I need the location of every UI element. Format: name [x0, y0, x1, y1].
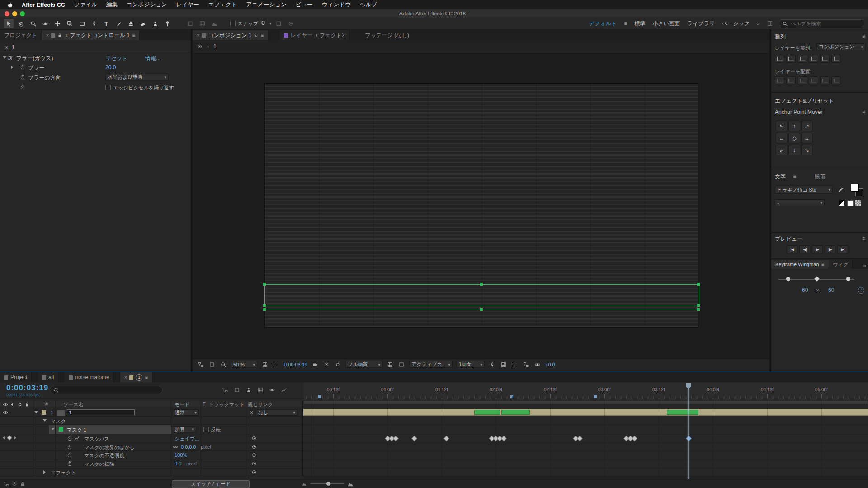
anchor-left-button[interactable]: ← [776, 133, 788, 143]
group-twirl-icon[interactable] [43, 470, 46, 474]
mask-handle[interactable] [697, 283, 700, 286]
panel-menu-icon[interactable]: ≡ [862, 235, 865, 242]
work-area-bar[interactable] [303, 401, 868, 404]
track-row-mask-group[interactable] [303, 417, 868, 425]
col-source-name[interactable]: ソース名 [63, 401, 84, 408]
menu-item-window[interactable]: ウィンドウ [322, 1, 351, 9]
mask-mode-dropdown[interactable]: 加算▾ [173, 426, 196, 432]
layer-bar-green-segment[interactable] [667, 410, 698, 415]
align-bottom-button[interactable] [831, 55, 841, 63]
frame-blending-button[interactable] [256, 386, 265, 394]
mask-handle[interactable] [263, 304, 266, 307]
anchor-down-right-button[interactable]: ↘ [801, 145, 813, 155]
solo-column-icon[interactable] [17, 402, 23, 407]
menu-item-edit[interactable]: 編集 [106, 1, 118, 9]
mask-handle[interactable] [480, 283, 483, 286]
snap-checkbox[interactable] [230, 21, 236, 26]
timeline-zoom-handle[interactable] [326, 482, 330, 486]
effects-group-row[interactable]: エフェクト [0, 469, 303, 476]
next-keyframe-icon[interactable] [14, 436, 16, 440]
distribute-left-button[interactable] [809, 76, 818, 84]
layer-name-field[interactable]: 1 [67, 409, 135, 415]
comp-flowchart-icon[interactable] [197, 44, 203, 49]
track-row-mask-expansion[interactable] [303, 460, 868, 469]
current-time-display[interactable]: 0:00:03:19 [6, 384, 48, 393]
close-icon[interactable]: × [46, 33, 49, 38]
align-title[interactable]: 整列 [775, 33, 786, 41]
font-style-dropdown[interactable]: -▾ [775, 199, 825, 206]
wingman-left-value[interactable]: 60 [802, 287, 808, 293]
zoom-dropdown[interactable]: 50 %▾ [231, 361, 257, 368]
comp-nav-name[interactable]: 1 [213, 43, 217, 50]
layer-bar-green-segment[interactable] [474, 410, 500, 415]
view-layout-dropdown[interactable]: 1画面▾ [457, 361, 485, 368]
brush-tool[interactable] [113, 19, 123, 28]
brush-panel-toggle[interactable] [197, 19, 207, 28]
column-divider[interactable] [302, 401, 303, 476]
column-divider[interactable] [33, 401, 33, 476]
effect-name[interactable]: ブラー(ガウス) [16, 55, 53, 62]
playhead-line[interactable] [689, 389, 689, 479]
stopwatch-icon[interactable] [67, 436, 72, 441]
mask-group-row[interactable]: マスク [0, 417, 303, 425]
time-ruler[interactable]: 00:12f 01:00f 01:12f 02:00f 02:12f 03:00… [303, 382, 868, 399]
snap-options-caret-icon[interactable]: ▾ [269, 21, 272, 26]
current-view-button[interactable] [500, 361, 507, 368]
property-pickwhip-icon[interactable] [251, 444, 257, 450]
paint-panel-toggle[interactable] [209, 19, 219, 28]
current-keyframe-icon[interactable] [7, 435, 12, 440]
composition-mini-flowchart-button[interactable] [221, 386, 230, 394]
workspace-default[interactable]: デフォルト [589, 20, 617, 28]
stopwatch-icon[interactable] [67, 444, 72, 450]
tab-noise-matome[interactable]: noise matome [65, 372, 113, 382]
puppet-pin-tool[interactable] [162, 19, 172, 28]
mask-handle[interactable] [263, 283, 266, 286]
distribute-right-button[interactable] [831, 76, 841, 84]
param-twirl-icon[interactable] [11, 66, 13, 69]
keyframe-diamond[interactable] [632, 436, 637, 441]
graph-editor-button[interactable] [279, 386, 288, 394]
timeline-marker[interactable] [510, 395, 513, 398]
next-frame-button[interactable]: |▶ [825, 245, 835, 253]
wingman-left-handle[interactable] [786, 277, 790, 281]
character-tab[interactable]: 文字 [775, 173, 786, 181]
blur-direction-dropdown[interactable]: 水平および垂直▾ [105, 74, 169, 80]
clone-stamp-tool[interactable] [126, 19, 136, 28]
menu-item-view[interactable]: ビュー [296, 1, 313, 9]
reset-exposure-button[interactable] [534, 361, 541, 368]
menu-item-file[interactable]: ファイル [74, 1, 97, 9]
tab-all[interactable]: all [38, 372, 58, 382]
panel-menu-icon[interactable]: ≡ [260, 32, 264, 38]
blurriness-value[interactable]: 20.0 [105, 64, 116, 70]
tab-project-timeline[interactable]: Project [0, 372, 32, 382]
mask-expansion-label[interactable]: マスクの拡張 [84, 461, 114, 468]
layer-bar-green-segment[interactable] [501, 410, 530, 415]
workspace-menu-icon[interactable]: ≡ [624, 20, 627, 27]
stopwatch-icon[interactable] [20, 84, 25, 90]
rotation-tool[interactable] [40, 19, 50, 28]
camera-tool[interactable] [52, 19, 62, 28]
col-mode[interactable]: モード [175, 401, 190, 408]
workspace-overflow[interactable]: » [757, 20, 760, 27]
comp-current-time[interactable]: 0:00:03:19 [284, 362, 307, 367]
white-swatch[interactable] [847, 200, 854, 206]
zoom-window-button[interactable] [20, 11, 25, 16]
parent-dropdown[interactable]: なし▾ [256, 409, 297, 416]
col-t[interactable]: T [203, 401, 206, 407]
effects-group-label[interactable]: エフェクト [51, 469, 76, 476]
layer-mode-dropdown[interactable]: 通常▾ [173, 409, 199, 416]
comp-nav-back[interactable]: ‹ [207, 43, 209, 50]
type-tool[interactable]: T [101, 19, 111, 28]
timeline-search-box[interactable] [50, 386, 163, 394]
workspace-library[interactable]: ライブラリ [687, 20, 715, 28]
menu-app-name[interactable]: After Effects CC [22, 2, 65, 8]
track-row-mask-feather[interactable] [303, 443, 868, 451]
switch-mode-button[interactable]: スイッチ / モード [172, 480, 250, 488]
mask-expansion-row[interactable]: マスクの拡張 0.0 pixel [0, 460, 303, 469]
pen-tool[interactable] [89, 19, 99, 28]
panel-menu-icon[interactable]: ≡ [793, 173, 796, 179]
mask-opacity-value[interactable]: 100% [175, 452, 187, 458]
composition-icon[interactable] [12, 481, 17, 487]
eye-column-icon[interactable] [3, 402, 8, 407]
col-trackmatte[interactable]: トラックマット [209, 401, 245, 408]
